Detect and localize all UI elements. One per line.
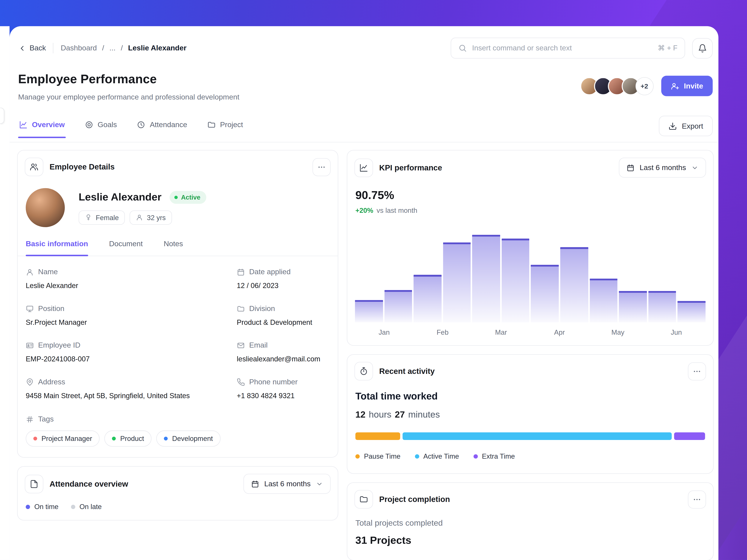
users-icon [25, 158, 43, 176]
search-input[interactable] [472, 44, 652, 52]
status-dot [175, 195, 178, 199]
main-page-card: Back Dashboard / ... / Leslie Alexander [9, 26, 718, 560]
more-options-button[interactable] [312, 158, 331, 176]
kpi-month-label: Mar [472, 328, 530, 336]
tab-goals[interactable]: Goals [84, 120, 118, 137]
legend-label: Pause Time [364, 452, 401, 460]
kpi-bar [560, 247, 588, 322]
breadcrumb-separator: / [102, 44, 104, 52]
bell-icon [698, 44, 707, 52]
breadcrumb-collapsed[interactable]: ... [109, 44, 115, 52]
legend-on-late: On late [71, 503, 102, 510]
title-section: Employee Performance Manage your employe… [9, 59, 718, 102]
total-time-worked: 12 hours 27 minutes [355, 409, 705, 420]
activity-heading: Total time worked [355, 391, 705, 402]
kpi-month-label: Jan [355, 328, 413, 336]
back-button[interactable]: Back [18, 44, 46, 52]
more-options-button[interactable] [688, 362, 706, 380]
kpi-bar [531, 265, 559, 323]
breadcrumb-current: Leslie Alexander [128, 44, 186, 52]
field-address: Address 9458 Main Street, Apt 5B, Spring… [26, 378, 229, 399]
viewport: Back Dashboard / ... / Leslie Alexander [0, 0, 747, 560]
tab-label: Attendance [150, 120, 187, 129]
tag-project-manager: Project Manager [26, 430, 100, 447]
download-icon [669, 122, 677, 130]
attendance-range-select[interactable]: Last 6 months [243, 474, 331, 494]
field-label: Phone number [249, 378, 298, 386]
breadcrumb-dashboard[interactable]: Dashboard [61, 44, 97, 52]
tab-project[interactable]: Project [206, 120, 244, 137]
left-column: Employee Details [17, 150, 338, 521]
tab-bar: Overview Goals Attendance Project [9, 116, 718, 142]
activity-body: Total time worked 12 hours 27 minutes Pa… [347, 388, 713, 473]
tag-development: Development [156, 430, 221, 447]
card-header: Employee Details [18, 151, 338, 183]
minutes-unit: minutes [408, 409, 440, 420]
tab-attendance[interactable]: Attendance [136, 120, 188, 137]
app-window: Back Dashboard / ... / Leslie Alexander [0, 0, 747, 560]
kpi-bar [472, 235, 500, 322]
gender-chip: Female [79, 210, 125, 224]
kpi-delta-note: vs last month [377, 207, 417, 214]
recent-activity-card: Recent activity Total time worked [347, 354, 714, 474]
employee-fields: Name Leslie Alexander Date applied 12 / … [18, 256, 338, 401]
legend-dot [71, 505, 75, 509]
hash-icon [26, 415, 34, 423]
avatar-overflow-chip[interactable]: +2 [635, 77, 653, 95]
kpi-months: JanFebMarAprMayJun [355, 328, 705, 345]
calendar-icon [237, 268, 245, 276]
card-title: Project completion [379, 495, 450, 504]
legend-label: Active Time [423, 452, 459, 460]
employee-photo [26, 188, 65, 227]
search-bar: ⌘ + F [450, 38, 685, 59]
tab-label: Goals [98, 120, 117, 129]
field-label: Email [249, 341, 267, 350]
field-value: 12 / 06/ 2023 [237, 282, 330, 290]
tab-basic-information[interactable]: Basic information [26, 239, 88, 256]
field-value: 9458 Main Street, Apt 5B, Springfield, U… [26, 392, 229, 399]
range-label: Last 6 months [640, 163, 686, 172]
invite-button[interactable]: Invite [661, 76, 713, 96]
kpi-month-label: Apr [530, 328, 589, 336]
tag-label: Project Manager [42, 435, 92, 443]
title-actions: +2 Invite [580, 76, 713, 96]
legend-dot [355, 454, 360, 458]
hours-value: 12 [355, 409, 365, 420]
tab-document[interactable]: Document [109, 239, 143, 256]
card-header: KPI performance Last 6 months [347, 151, 713, 185]
content-grid: Employee Details [9, 142, 718, 560]
legend-dot [473, 454, 478, 458]
tag-dot [164, 436, 168, 441]
monitor-icon [26, 304, 34, 313]
kpi-value: 90.75% [355, 189, 705, 202]
more-options-button[interactable] [688, 490, 706, 508]
sidebar-peek-handle[interactable] [0, 108, 4, 124]
ellipsis-icon [693, 495, 701, 504]
export-button[interactable]: Export [659, 116, 713, 136]
kpi-bar [414, 274, 441, 322]
right-column: KPI performance Last 6 months [347, 150, 714, 560]
tab-notes[interactable]: Notes [163, 239, 183, 256]
search-icon [458, 44, 467, 52]
card-title: Attendance overview [50, 479, 128, 488]
employee-details-card: Employee Details [17, 150, 338, 458]
field-label: Name [38, 268, 58, 276]
phone-icon [237, 378, 245, 386]
ellipsis-icon [693, 367, 701, 376]
kpi-month-label: Jun [647, 328, 705, 336]
person-icon [136, 214, 143, 221]
legend-label: On late [79, 503, 102, 510]
notifications-button[interactable] [692, 38, 713, 58]
legend-dot [26, 505, 30, 509]
field-email: Email lesliealexander@mail.com [237, 341, 330, 363]
legend-label: On time [34, 503, 59, 510]
tags-section: Tags Project Manager Product [18, 401, 338, 457]
tag-dot [33, 436, 37, 441]
line-chart-icon [19, 120, 28, 129]
field-label: Date applied [249, 268, 290, 276]
tag-product: Product [105, 430, 152, 447]
ellipsis-icon [317, 163, 326, 171]
tag-pills: Project Manager Product Development [26, 430, 330, 447]
kpi-range-select[interactable]: Last 6 months [619, 158, 706, 178]
tab-overview[interactable]: Overview [18, 120, 66, 137]
